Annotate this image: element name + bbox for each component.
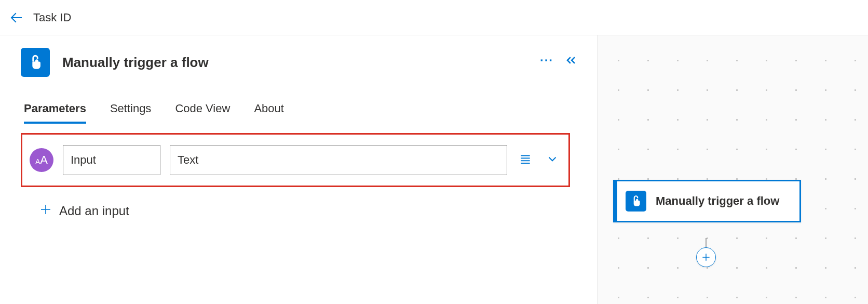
- flow-canvas[interactable]: Manually trigger a flow: [597, 35, 868, 304]
- touch-icon: [26, 54, 44, 71]
- trigger-title: Manually trigger a flow: [62, 55, 209, 71]
- trigger-icon-box: [21, 48, 50, 77]
- text-type-icon: AA: [30, 148, 53, 172]
- details-panel: Manually trigger a flow ··· Parameters S…: [0, 35, 597, 304]
- list-icon: [519, 152, 532, 166]
- page-title: Task ID: [33, 11, 71, 24]
- input-menu-button[interactable]: [517, 150, 534, 170]
- canvas-connector-line: [706, 238, 707, 247]
- chevron-down-icon: [546, 152, 559, 166]
- tab-settings[interactable]: Settings: [110, 102, 152, 124]
- header-actions: ···: [540, 53, 578, 68]
- input-name-field[interactable]: [63, 145, 160, 175]
- arrow-left-icon: [9, 10, 24, 25]
- tabs: Parameters Settings Code View About: [21, 102, 578, 124]
- plus-icon: [39, 203, 52, 219]
- add-input-button[interactable]: Add an input: [39, 203, 578, 219]
- tab-parameters[interactable]: Parameters: [24, 102, 86, 124]
- canvas-trigger-node[interactable]: Manually trigger a flow: [613, 180, 801, 222]
- input-row-highlighted: AA: [21, 133, 570, 187]
- touch-icon: [629, 194, 643, 208]
- collapse-panel-button[interactable]: [564, 53, 578, 68]
- back-button[interactable]: [8, 9, 25, 26]
- plus-icon: [701, 252, 711, 262]
- input-value-field[interactable]: [170, 145, 507, 175]
- top-header: Task ID: [0, 0, 868, 35]
- trigger-header: Manually trigger a flow ···: [21, 48, 578, 77]
- add-input-label: Add an input: [59, 204, 129, 218]
- canvas-node-icon-box: [626, 191, 646, 212]
- canvas-node-title: Manually trigger a flow: [656, 193, 779, 209]
- more-button[interactable]: ···: [540, 54, 553, 67]
- tab-code-view[interactable]: Code View: [175, 102, 230, 124]
- chevron-double-left-icon: [564, 53, 578, 68]
- tab-about[interactable]: About: [254, 102, 284, 124]
- input-expand-button[interactable]: [544, 150, 561, 170]
- add-step-button[interactable]: [696, 247, 716, 267]
- content-area: Manually trigger a flow ··· Parameters S…: [0, 35, 868, 304]
